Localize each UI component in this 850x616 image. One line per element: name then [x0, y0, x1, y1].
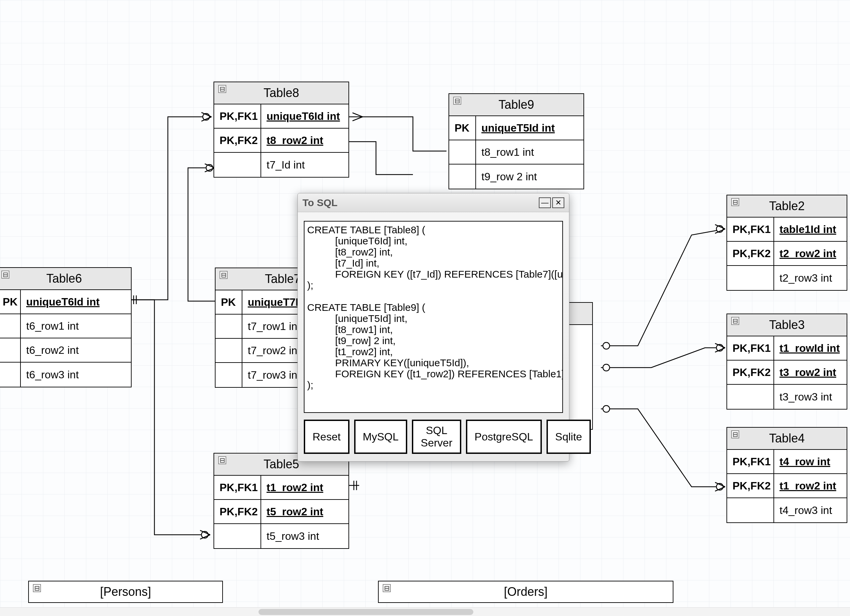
collapse-icon[interactable]: ⊟	[731, 431, 739, 438]
col-cell: t6_row2 int	[21, 338, 131, 363]
collapse-icon[interactable]: ⊟	[1, 271, 9, 279]
collapse-icon[interactable]: ⊟	[731, 198, 739, 206]
key-cell: PK,FK2	[214, 129, 260, 153]
table-table5[interactable]: ⊟Table5 PK,FK1 PK,FK2 t1_row2 int t5_row…	[214, 453, 349, 549]
col-cell: t5_row2 int	[261, 500, 349, 524]
key-cell	[727, 498, 774, 522]
key-cell: PK,FK1	[214, 105, 260, 129]
sql-output[interactable]	[304, 221, 563, 413]
entity-orders[interactable]: ⊟ [Orders]	[378, 581, 673, 603]
col-cell: t8_row2 int	[261, 129, 349, 153]
col-cell: t1_row2 int	[261, 476, 349, 500]
key-cell	[214, 524, 260, 548]
key-cell	[215, 363, 242, 387]
reset-button[interactable]: Reset	[304, 420, 349, 454]
key-cell	[0, 314, 20, 338]
collapse-icon[interactable]: ⊟	[218, 85, 226, 93]
key-cell	[0, 363, 20, 387]
horizontal-scrollbar[interactable]	[0, 607, 850, 616]
key-cell: PK,FK1	[727, 450, 774, 474]
table-table4[interactable]: ⊟Table4 PK,FK1 PK,FK2 t4_row int t1_row2…	[726, 427, 847, 523]
col-cell: t4_row int	[774, 450, 847, 474]
table-title: Table2	[727, 199, 847, 213]
dialog-title: To SQL	[302, 197, 537, 208]
minimize-button[interactable]: —	[539, 197, 551, 208]
key-cell: PK,FK1	[727, 218, 774, 242]
collapse-icon[interactable]: ⊟	[33, 584, 41, 592]
col-cell: uniqueT6Id int	[261, 105, 349, 129]
table-title: Table4	[727, 431, 847, 446]
sqlite-button[interactable]: Sqlite	[546, 420, 591, 454]
col-cell: t2_row3 int	[774, 266, 847, 290]
col-cell: uniqueT6Id int	[21, 290, 131, 314]
key-cell: PK	[449, 116, 475, 140]
collapse-icon[interactable]: ⊟	[453, 97, 461, 105]
col-cell: t6_row3 int	[21, 363, 131, 387]
sqlserver-button[interactable]: SQL Server	[412, 420, 461, 454]
table-table9[interactable]: ⊟Table9 PK uniqueT5Id int t8_row1 int t9…	[449, 93, 584, 189]
mysql-button[interactable]: MySQL	[354, 420, 407, 454]
key-cell: PK,FK2	[727, 474, 774, 498]
table-title: Table6	[0, 272, 131, 286]
key-cell	[727, 266, 774, 290]
key-cell	[215, 314, 242, 339]
table-table8[interactable]: ⊟Table8 PK,FK1 PK,FK2 uniqueT6Id int t8_…	[214, 82, 349, 178]
table-title: Table9	[449, 98, 584, 112]
col-cell: t1_row2 int	[774, 474, 847, 498]
dialog-to-sql[interactable]: To SQL — ✕ Reset MySQL SQL Server Postgr…	[298, 193, 569, 462]
key-cell: PK,FK2	[727, 360, 774, 385]
table-title: Table3	[727, 318, 847, 332]
key-cell	[215, 339, 242, 363]
key-cell: PK,FK1	[214, 476, 260, 500]
key-cell	[449, 164, 475, 189]
key-cell	[0, 338, 20, 363]
table-table2[interactable]: ⊟Table2 PK,FK1 PK,FK2 table1Id int t2_ro…	[726, 195, 847, 291]
collapse-icon[interactable]: ⊟	[218, 456, 226, 464]
col-cell: t4_row3 int	[774, 498, 847, 522]
key-cell: PK,FK2	[214, 500, 260, 524]
col-cell: t2_row2 int	[774, 242, 847, 266]
entity-title: [Persons]	[29, 585, 222, 599]
dialog-titlebar[interactable]: To SQL — ✕	[298, 193, 569, 212]
scrollbar-thumb[interactable]	[259, 609, 473, 615]
key-cell	[727, 385, 774, 409]
col-cell: t6_row1 int	[21, 314, 131, 338]
key-cell: PK	[0, 290, 20, 314]
key-cell: PK,FK2	[727, 242, 774, 266]
collapse-icon[interactable]: ⊟	[383, 584, 391, 592]
col-cell: t7_Id int	[261, 153, 349, 177]
col-cell: t1_rowId int	[774, 336, 847, 360]
collapse-icon[interactable]: ⊟	[220, 271, 227, 279]
key-cell	[449, 140, 475, 164]
col-cell: t3_row2 int	[774, 360, 847, 385]
table-table3[interactable]: ⊟Table3 PK,FK1 PK,FK2 t1_rowId int t3_ro…	[726, 314, 847, 410]
table-title: Table8	[214, 86, 349, 100]
postgresql-button[interactable]: PostgreSQL	[466, 420, 542, 454]
entity-title: [Orders]	[379, 585, 673, 599]
col-cell: t9_row 2 int	[476, 164, 584, 189]
close-button[interactable]: ✕	[552, 197, 564, 208]
col-cell: t8_row1 int	[476, 140, 584, 164]
key-cell	[214, 153, 260, 177]
entity-persons[interactable]: ⊟ [Persons]	[28, 581, 223, 603]
collapse-icon[interactable]: ⊟	[731, 317, 739, 325]
key-cell: PK,FK1	[727, 336, 774, 360]
key-cell: PK	[215, 290, 242, 314]
col-cell: t5_row3 int	[261, 524, 349, 548]
table-table6[interactable]: ⊟Table6 PK uniqueT6Id int t6_row1 int t6…	[0, 267, 132, 387]
col-cell: t3_row3 int	[774, 385, 847, 409]
col-cell: table1Id int	[774, 218, 847, 242]
col-cell: uniqueT5Id int	[476, 116, 584, 140]
